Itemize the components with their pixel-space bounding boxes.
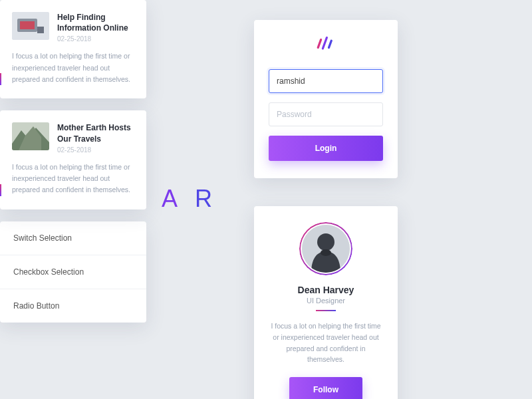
setting-radio[interactable]: Radio Button <box>0 289 146 323</box>
feed-date: 02-25-2018 <box>57 35 134 43</box>
svg-point-4 <box>317 233 334 251</box>
svg-point-5 <box>321 249 331 256</box>
svg-rect-8 <box>20 21 35 29</box>
password-input[interactable] <box>269 102 383 126</box>
logo-icon <box>269 36 383 55</box>
svg-rect-1 <box>321 36 328 50</box>
feed-thumbnail <box>12 122 49 150</box>
profile-bio: I focus a lot on helping the first time … <box>269 321 383 365</box>
svg-rect-0 <box>317 39 322 49</box>
feed-thumbnail <box>12 12 49 40</box>
feed-body: I focus a lot on helping the first time … <box>12 162 134 196</box>
setting-checkbox[interactable]: Checkbox Selection <box>0 255 146 289</box>
profile-name: Dean Harvey <box>269 285 383 295</box>
feed-column: Help Finding Information Online 02-25-20… <box>0 0 146 209</box>
accent-marker <box>0 184 1 196</box>
follow-button[interactable]: Follow <box>289 377 362 399</box>
svg-rect-2 <box>327 39 332 49</box>
feed-item[interactable]: Mother Earth Hosts Our Travels 02-25-201… <box>0 110 146 209</box>
profile-card: Dean Harvey UI Designer I focus a lot on… <box>254 206 398 399</box>
svg-rect-9 <box>37 27 44 33</box>
feed-body: I focus a lot on helping the first time … <box>12 51 134 85</box>
setting-switch[interactable]: Switch Selection <box>0 221 146 255</box>
accent-divider <box>316 310 336 311</box>
feed-title: Mother Earth Hosts Our Travels <box>57 122 134 144</box>
profile-role: UI Designer <box>269 297 383 305</box>
login-button[interactable]: Login <box>269 136 383 161</box>
feed-date: 02-25-2018 <box>57 146 134 154</box>
accent-marker <box>0 73 1 85</box>
login-card: Login <box>254 20 398 178</box>
username-input[interactable] <box>269 69 383 93</box>
feed-item[interactable]: Help Finding Information Online 02-25-20… <box>0 0 146 98</box>
feed-title: Help Finding Information Online <box>57 12 134 33</box>
settings-card: Switch Selection Checkbox Selection Radi… <box>0 221 146 323</box>
avatar <box>299 222 352 275</box>
